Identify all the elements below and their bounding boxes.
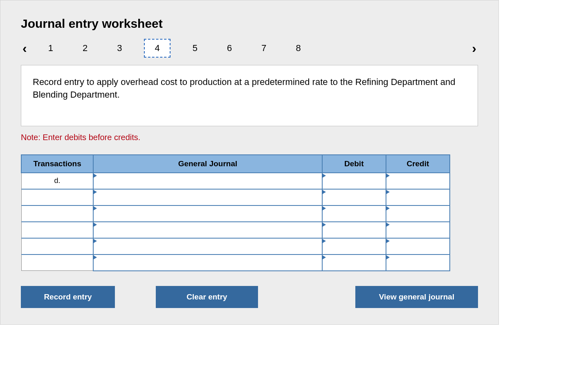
credit-cell[interactable] xyxy=(386,238,450,255)
tab-list: 12345678 xyxy=(41,39,471,58)
general-journal-cell[interactable] xyxy=(93,255,322,271)
debit-cell[interactable] xyxy=(322,189,386,205)
record-entry-button[interactable]: Record entry xyxy=(21,286,115,308)
credit-cell[interactable] xyxy=(386,255,450,271)
dropdown-caret-icon xyxy=(386,255,390,260)
debit-cell[interactable] xyxy=(322,222,386,238)
debit-cell[interactable] xyxy=(322,255,386,271)
dropdown-caret-icon xyxy=(93,239,97,243)
worksheet-panel: Journal entry worksheet ‹ 12345678 › Rec… xyxy=(0,0,499,325)
general-journal-cell[interactable] xyxy=(93,238,322,255)
table-row xyxy=(21,222,450,238)
table-row: d. xyxy=(21,173,450,189)
col-header-credit: Credit xyxy=(386,155,450,173)
transaction-cell[interactable] xyxy=(21,238,93,255)
credit-cell[interactable] xyxy=(386,173,450,189)
button-row: Record entry Clear entry View general jo… xyxy=(21,286,478,308)
dropdown-caret-icon xyxy=(386,206,390,211)
debit-cell[interactable] xyxy=(322,205,386,222)
col-header-general-journal: General Journal xyxy=(93,155,322,173)
dropdown-caret-icon xyxy=(386,239,390,243)
dropdown-caret-icon xyxy=(93,222,97,227)
tab-1[interactable]: 1 xyxy=(41,40,61,57)
journal-entry-table: Transactions General Journal Debit Credi… xyxy=(21,154,450,271)
page-title: Journal entry worksheet xyxy=(21,17,478,31)
table-row xyxy=(21,238,450,255)
general-journal-cell[interactable] xyxy=(93,205,322,222)
dropdown-caret-icon xyxy=(386,222,390,227)
credit-cell[interactable] xyxy=(386,189,450,205)
tab-8[interactable]: 8 xyxy=(288,40,308,57)
dropdown-caret-icon xyxy=(93,173,97,178)
instruction-text: Record entry to apply overhead cost to p… xyxy=(21,65,478,126)
table-row xyxy=(21,189,450,205)
col-header-transactions: Transactions xyxy=(21,155,93,173)
dropdown-caret-icon xyxy=(93,255,97,260)
general-journal-cell[interactable] xyxy=(93,222,322,238)
note-text: Note: Enter debits before credits. xyxy=(21,133,478,142)
dropdown-caret-icon xyxy=(386,190,390,194)
tab-4[interactable]: 4 xyxy=(144,39,170,58)
tab-6[interactable]: 6 xyxy=(220,40,239,57)
chevron-right-icon[interactable]: › xyxy=(470,41,478,56)
dropdown-caret-icon xyxy=(93,190,97,194)
transaction-cell[interactable] xyxy=(21,255,93,271)
dropdown-caret-icon xyxy=(386,173,390,178)
col-header-debit: Debit xyxy=(322,155,386,173)
dropdown-caret-icon xyxy=(322,190,326,194)
tab-5[interactable]: 5 xyxy=(185,40,205,57)
transaction-cell[interactable] xyxy=(21,222,93,238)
dropdown-caret-icon xyxy=(322,239,326,243)
tab-7[interactable]: 7 xyxy=(254,40,274,57)
dropdown-caret-icon xyxy=(93,206,97,211)
dropdown-caret-icon xyxy=(322,173,326,178)
dropdown-caret-icon xyxy=(322,222,326,227)
debit-cell[interactable] xyxy=(322,173,386,189)
dropdown-caret-icon xyxy=(322,255,326,260)
tab-2[interactable]: 2 xyxy=(75,40,95,57)
transaction-cell[interactable]: d. xyxy=(21,173,93,189)
view-general-journal-button[interactable]: View general journal xyxy=(355,286,478,308)
table-row xyxy=(21,255,450,271)
general-journal-cell[interactable] xyxy=(93,173,322,189)
dropdown-caret-icon xyxy=(322,206,326,211)
transaction-cell[interactable] xyxy=(21,189,93,205)
transaction-cell[interactable] xyxy=(21,205,93,222)
general-journal-cell[interactable] xyxy=(93,189,322,205)
debit-cell[interactable] xyxy=(322,238,386,255)
tab-3[interactable]: 3 xyxy=(110,40,129,57)
table-row xyxy=(21,205,450,222)
tab-nav: ‹ 12345678 › xyxy=(21,39,478,58)
credit-cell[interactable] xyxy=(386,205,450,222)
clear-entry-button[interactable]: Clear entry xyxy=(156,286,258,308)
credit-cell[interactable] xyxy=(386,222,450,238)
chevron-left-icon[interactable]: ‹ xyxy=(21,41,29,56)
